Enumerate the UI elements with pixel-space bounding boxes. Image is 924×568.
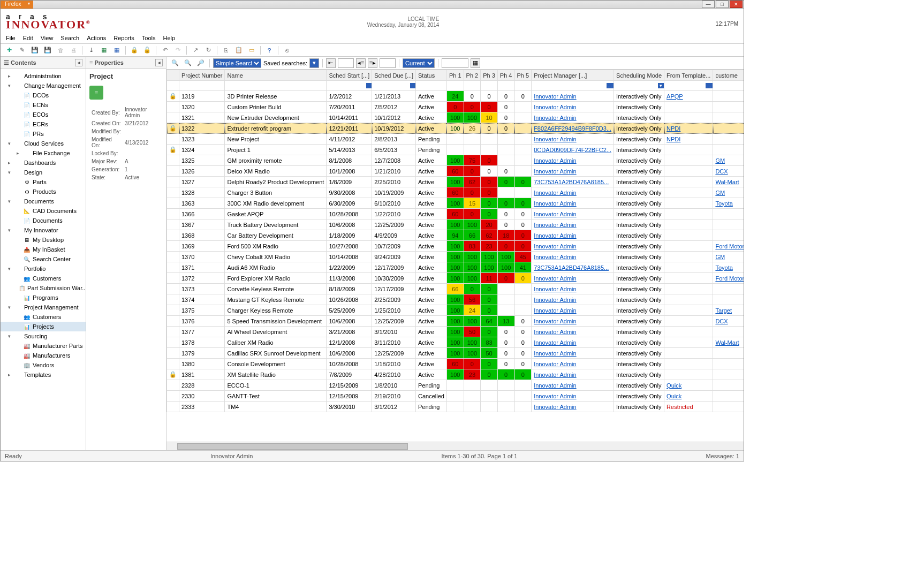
- tree-my-innovator[interactable]: ▾My Innovator: [1, 225, 86, 235]
- grid-scroll[interactable]: Project NumberNameSched Start [...]Sched…: [166, 70, 744, 442]
- page-num-input[interactable]: [380, 58, 396, 68]
- table-row[interactable]: 1375Charger Keyless Remote5/25/20091/25/…: [167, 305, 744, 316]
- menu-file[interactable]: File: [6, 35, 16, 41]
- menu-actions[interactable]: Actions: [87, 35, 106, 41]
- date-picker-icon[interactable]: [366, 83, 372, 88]
- col-header[interactable]: custome: [713, 70, 744, 81]
- copy-icon[interactable]: ⎘: [221, 45, 231, 56]
- pm-link[interactable]: Innovator Admin: [534, 115, 577, 121]
- table-row[interactable]: 1368Car Battery Development1/18/20094/9/…: [167, 230, 744, 241]
- pm-link[interactable]: Innovator Admin: [534, 190, 577, 196]
- revise-icon[interactable]: ↻: [203, 45, 214, 56]
- pm-link[interactable]: Innovator Admin: [534, 382, 577, 389]
- menu-tools[interactable]: Tools: [142, 35, 156, 41]
- table-row[interactable]: 1323New Project4/11/20122/8/2013PendingI…: [167, 134, 744, 145]
- table-row[interactable]: 1377Al Wheel Development3/21/20083/1/201…: [167, 327, 744, 337]
- menu-view[interactable]: View: [41, 35, 54, 41]
- col-header[interactable]: Project Manager [...]: [532, 70, 614, 81]
- col-header[interactable]: Name: [225, 70, 327, 81]
- col-header[interactable]: Project Number: [179, 70, 225, 81]
- table-row[interactable]: 1370Chevy Cobalt XM Radio10/14/20089/24/…: [167, 252, 744, 262]
- customer-link[interactable]: DCX: [715, 168, 728, 175]
- filter-input[interactable]: [713, 81, 744, 90]
- pm-link[interactable]: 73C753A1A2BD476A8185...: [534, 264, 609, 271]
- pm-link[interactable]: Innovator Admin: [534, 339, 577, 346]
- table-row[interactable]: 1321New Extruder Development10/14/201110…: [167, 112, 744, 123]
- table-row[interactable]: 🔒1322Extruder retrofit program12/21/2011…: [167, 123, 744, 134]
- menu-reports[interactable]: Reports: [113, 35, 134, 41]
- lock-icon[interactable]: 🔒: [129, 45, 140, 56]
- tree-ecns[interactable]: 📄ECNs: [1, 100, 86, 110]
- tree-portfolio[interactable]: ▾Portfolio: [1, 264, 86, 274]
- filter-input[interactable]: [464, 81, 481, 90]
- customer-link[interactable]: Wal-Mart: [715, 179, 739, 185]
- table-row[interactable]: 1363300C XM Radio development6/30/20096/…: [167, 198, 744, 209]
- tree-design[interactable]: ▾Design: [1, 168, 86, 177]
- pm-link[interactable]: Innovator Admin: [534, 232, 577, 239]
- tree-parts[interactable]: ⚙Parts: [1, 177, 86, 187]
- table-row[interactable]: 2333TM43/30/20103/1/2012PendingInnovator…: [167, 402, 744, 412]
- pm-link[interactable]: Innovator Admin: [534, 93, 577, 100]
- search-down-icon[interactable]: 🔎: [195, 58, 206, 69]
- pm-link[interactable]: F802A6FF29494B9F8F0D3...: [534, 125, 611, 132]
- table-row[interactable]: 1380Console Development10/28/20081/18/20…: [167, 359, 744, 369]
- tree-my-desktop[interactable]: 🖥My Desktop: [1, 235, 86, 245]
- table-row[interactable]: 2330GANTT-Test12/15/20092/19/2010Cancell…: [167, 391, 744, 402]
- pm-link[interactable]: Innovator Admin: [534, 243, 577, 249]
- filter-menu-icon[interactable]: ▾: [658, 83, 664, 88]
- word-icon[interactable]: ▦: [111, 45, 122, 56]
- logout-icon[interactable]: ⎋: [282, 45, 292, 56]
- customer-link[interactable]: Toyota: [715, 264, 732, 271]
- tree-programs[interactable]: 📊Programs: [1, 293, 86, 302]
- table-row[interactable]: 13765 Speed Transmission Development10/6…: [167, 316, 744, 327]
- col-header[interactable]: Ph 4: [497, 70, 514, 81]
- pm-link[interactable]: Innovator Admin: [534, 136, 577, 142]
- pm-link[interactable]: Innovator Admin: [534, 329, 577, 335]
- tree-customers[interactable]: 👥Customers: [1, 274, 86, 283]
- table-row[interactable]: 1327Delphi Roady2 Product Development1/8…: [167, 177, 744, 187]
- page-first-icon[interactable]: ⇤: [326, 58, 336, 68]
- save2-icon[interactable]: 💾: [42, 45, 53, 56]
- new-icon[interactable]: ✚: [4, 45, 14, 56]
- customer-link[interactable]: Toyota: [715, 200, 732, 207]
- pm-link[interactable]: Innovator Admin: [534, 297, 577, 303]
- tree-my-inbasket[interactable]: 📥My InBasket: [1, 245, 86, 254]
- table-row[interactable]: 1325GM proximity remote8/1/200812/7/2008…: [167, 155, 744, 166]
- menu-edit[interactable]: Edit: [23, 35, 33, 41]
- customer-link[interactable]: GM: [715, 157, 725, 164]
- table-row[interactable]: 1373Corvette Keyless Remote8/18/200912/1…: [167, 284, 744, 294]
- saved-search-menu[interactable]: ▾: [309, 58, 319, 68]
- maximize-button[interactable]: □: [716, 1, 729, 8]
- save-icon[interactable]: 💾: [29, 45, 40, 56]
- col-header[interactable]: Sched Start [...]: [327, 70, 372, 81]
- tree-file-exchange[interactable]: ▸File Exchange: [1, 148, 86, 158]
- customer-link[interactable]: Wal-Mart: [715, 339, 739, 346]
- menu-help[interactable]: Help: [163, 35, 176, 41]
- table-row[interactable]: 1371Audi A6 XM Radio1/22/200912/17/2009A…: [167, 262, 744, 273]
- filter-input[interactable]: [179, 81, 224, 90]
- col-header[interactable]: Ph 1: [446, 70, 464, 81]
- pm-link[interactable]: Innovator Admin: [534, 254, 577, 260]
- folder-icon[interactable]: ▭: [246, 45, 257, 56]
- customer-link[interactable]: GM: [715, 190, 725, 196]
- table-row[interactable]: 1369Ford 500 XM Radio10/27/200810/7/2009…: [167, 241, 744, 252]
- clear-search-icon[interactable]: 🔍: [183, 58, 193, 69]
- paste-icon[interactable]: 📋: [233, 45, 244, 56]
- tree-sourcing[interactable]: ▾Sourcing: [1, 331, 86, 341]
- promote-icon[interactable]: ↗: [190, 45, 201, 56]
- filter-input[interactable]: [498, 81, 514, 90]
- tree-documents[interactable]: 📄Documents: [1, 216, 86, 225]
- pm-link[interactable]: Innovator Admin: [534, 372, 577, 378]
- tree-prs[interactable]: 📄PRs: [1, 129, 86, 139]
- pm-link[interactable]: Innovator Admin: [534, 104, 577, 110]
- menu-search[interactable]: Search: [60, 35, 79, 41]
- pm-link[interactable]: 73C753A1A2BD476A8185...: [534, 179, 609, 185]
- table-row[interactable]: 1374Mustang GT Keyless Remote10/26/20082…: [167, 294, 744, 305]
- template-link[interactable]: NPDI: [667, 136, 680, 142]
- template-link[interactable]: Restricted: [667, 404, 693, 410]
- pm-link[interactable]: Innovator Admin: [534, 222, 577, 228]
- redo-icon[interactable]: ↷: [172, 45, 183, 56]
- col-header[interactable]: [167, 70, 179, 81]
- tree-part-submission-war-[interactable]: 📋Part Submission War...: [1, 283, 86, 293]
- table-row[interactable]: 🔒1381XM Satellite Radio7/8/20094/28/2010…: [167, 369, 744, 380]
